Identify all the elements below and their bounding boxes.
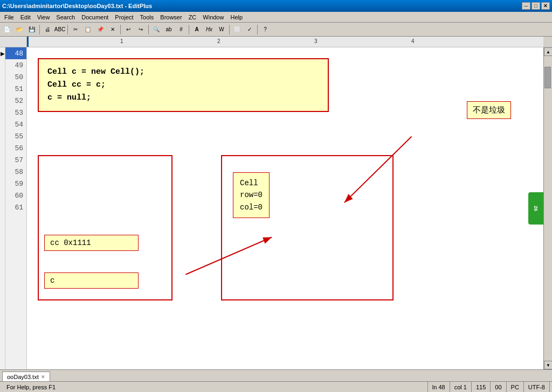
save-button[interactable]: 💾: [26, 24, 38, 36]
ruler: 1 2 3 4: [27, 37, 543, 47]
scrollbar-thumb[interactable]: [544, 67, 551, 88]
menu-help[interactable]: Help: [227, 13, 246, 22]
spell-button[interactable]: ABC: [54, 24, 66, 36]
undo-button[interactable]: ↩: [122, 24, 134, 36]
line-num-56: 56: [5, 142, 26, 154]
cell-row: row=0: [240, 189, 263, 201]
minimize-button[interactable]: ─: [522, 2, 530, 10]
menu-document[interactable]: Document: [78, 13, 112, 22]
not-garbage-label: 不是垃圾: [467, 101, 511, 119]
cell-col: col=0: [240, 201, 263, 213]
maximize-button[interactable]: □: [532, 2, 540, 10]
ruler-mark-1: 1: [120, 38, 123, 44]
line-num-59: 59: [5, 178, 26, 190]
line-num-48: 48: [5, 47, 26, 59]
line-num-57: 57: [5, 154, 26, 166]
status-help: For Help, press F1: [2, 382, 428, 392]
stack-cc-item: cc 0x1111: [44, 235, 139, 251]
status-pc: PC: [507, 382, 524, 392]
ruler-mark-3: 3: [314, 38, 318, 44]
toolbar-separator-6: [229, 25, 230, 34]
window-controls: ─ □ ✕: [522, 2, 550, 10]
watermark: 26: [528, 192, 543, 225]
title-bar: C:\Users\adminitartor\Desktop\ooDay03.tx…: [0, 0, 552, 12]
cut-button[interactable]: ✂: [70, 24, 81, 36]
stack-box: cc 0x1111 c: [38, 155, 172, 300]
menu-search[interactable]: Search: [53, 13, 78, 22]
stack-c-item: c: [44, 272, 139, 289]
bold-button[interactable]: A: [191, 24, 203, 36]
toolbar-separator-7: [257, 25, 258, 34]
delete-button[interactable]: ✕: [107, 24, 119, 36]
marker-arrow-48: ▶: [0, 47, 5, 59]
italic-button[interactable]: Hx: [203, 24, 215, 36]
menu-browser[interactable]: Browser: [157, 13, 185, 22]
ruler-corner: [0, 37, 27, 47]
toolbar-separator-5: [189, 25, 189, 34]
menu-file[interactable]: File: [1, 13, 17, 22]
scrollbar-track[interactable]: [544, 56, 552, 361]
open-button[interactable]: 📂: [13, 24, 25, 36]
editor-content[interactable]: Cell c = new Cell(); Cell cc = c; c = nu…: [27, 47, 543, 369]
status-bar: For Help, press F1 ln 48 col 1 115 00 PC…: [0, 381, 552, 392]
menu-tools[interactable]: Tools: [137, 13, 157, 22]
status-col: col 1: [450, 382, 472, 392]
replace-button[interactable]: ab: [163, 24, 175, 36]
menu-window[interactable]: Window: [199, 13, 227, 22]
line-numbers: 48 49 50 51 52 53 54 55 56 57 58 59 60 6…: [5, 47, 27, 369]
ruler-mark-4: 4: [411, 38, 415, 44]
toolbar-separator-1: [39, 25, 40, 34]
close-button[interactable]: ✕: [541, 2, 550, 10]
left-marker-strip: ▶: [0, 47, 5, 369]
heap-box: Cell row=0 col=0: [221, 155, 394, 300]
cell-label: Cell: [240, 177, 263, 189]
line-num-50: 50: [5, 71, 26, 83]
vertical-scrollbar[interactable]: ▲ ▼: [543, 47, 552, 369]
status-ln: ln 48: [428, 382, 450, 392]
find-button[interactable]: 🔍: [150, 24, 162, 36]
paste-button[interactable]: 📌: [94, 24, 106, 36]
tab-close-icon[interactable]: ✕: [41, 374, 45, 380]
status-encoding: UTF-8: [524, 382, 550, 392]
copy-button[interactable]: 📋: [82, 24, 94, 36]
print-button[interactable]: 🖨: [42, 24, 53, 36]
scrollbar-down-button[interactable]: ▼: [544, 361, 552, 369]
tab-label: ooDay03.txt: [7, 374, 39, 380]
syntax-button[interactable]: ✓: [244, 24, 256, 36]
ruler-scrollbar-placeholder: [543, 37, 552, 47]
code-line-3: c = null;: [47, 92, 319, 104]
menu-view[interactable]: View: [34, 13, 53, 22]
code-box: Cell c = new Cell(); Cell cc = c; c = nu…: [38, 58, 329, 112]
help-button[interactable]: ?: [259, 24, 271, 36]
goto-button[interactable]: #: [175, 24, 187, 36]
tab-ooday03[interactable]: ooDay03.txt ✕: [2, 372, 50, 381]
line-num-51: 51: [5, 83, 26, 95]
menu-zc[interactable]: ZC: [185, 13, 200, 22]
status-num2: 00: [491, 382, 506, 392]
ruler-row: 1 2 3 4: [0, 37, 552, 47]
toolbar-separator-2: [67, 25, 68, 34]
line-num-52: 52: [5, 95, 26, 107]
toolbar-separator-3: [120, 25, 121, 34]
menu-project[interactable]: Project: [112, 13, 136, 22]
menu-edit[interactable]: Edit: [17, 13, 34, 22]
code-line-2: Cell cc = c;: [47, 79, 319, 92]
cell-box: Cell row=0 col=0: [233, 172, 270, 218]
menu-bar: File Edit View Search Document Project T…: [0, 12, 552, 23]
word-button[interactable]: W: [216, 24, 227, 36]
scrollbar-up-button[interactable]: ▲: [544, 47, 552, 56]
tab-bar: ooDay03.txt ✕: [0, 369, 552, 381]
line-num-55: 55: [5, 130, 26, 142]
redo-button[interactable]: ↪: [135, 24, 147, 36]
wrap-button[interactable]: ⬜: [231, 24, 243, 36]
diagram-area: Cell c = new Cell(); Cell cc = c; c = nu…: [27, 47, 543, 369]
new-button[interactable]: 📄: [1, 24, 13, 36]
code-line-1: Cell c = new Cell();: [47, 66, 319, 79]
editor-row: ▶ 48 49 50 51 52 53 54 55 56 57 58 59 60…: [0, 47, 552, 369]
line-num-54: 54: [5, 118, 26, 130]
line-num-61: 61: [5, 201, 26, 213]
ruler-mark-2: 2: [217, 38, 220, 44]
line-num-53: 53: [5, 107, 26, 118]
toolbar: 📄 📂 💾 🖨 ABC ✂ 📋 📌 ✕ ↩ ↪ 🔍 ab # A Hx W ⬜ …: [0, 23, 552, 37]
line-num-49: 49: [5, 59, 26, 71]
